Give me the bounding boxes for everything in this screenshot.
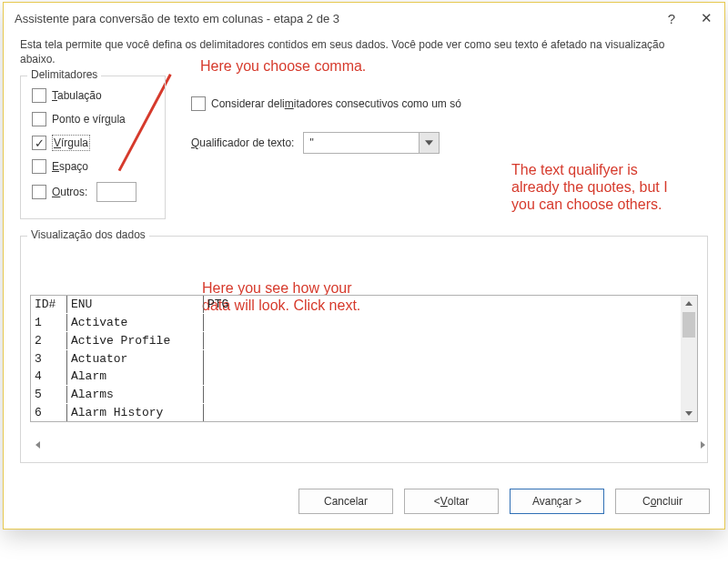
consecutive-delimiters-checkbox[interactable]: Considerar delimitadores consecutivos co… [191,96,530,112]
checkbox-box [32,185,46,199]
scroll-down-icon[interactable] [682,405,696,421]
delimiters-legend: Delimitadores [27,68,101,81]
preview-cell: 5 [31,386,67,403]
preview-cell: Active Profile [67,332,204,349]
dialog-body: Esta tela permite que você defina os del… [4,32,724,476]
checkbox-box [32,136,46,150]
delimiter-options: Considerar delimitadores consecutivos co… [184,76,530,154]
cancel-button[interactable]: Cancelar [298,489,393,514]
delimiters-row: Delimitadores Tabulação Ponto e vírgula … [20,76,708,219]
wizard-button-bar: Cancelar < Voltar Avançar > Concluir [4,476,724,529]
preview-cell: 4 [31,368,67,385]
preview-cell [204,350,677,368]
checkbox-box [191,96,206,111]
preview-cell [204,368,677,385]
description-text: Esta tela permite que você defina os del… [20,37,703,66]
checkbox-box [32,159,46,174]
combobox-value: " [304,133,419,153]
window-controls: ? ✕ [662,10,715,26]
preview-cell: 2 [31,332,67,349]
delimiter-other-input[interactable] [96,182,136,202]
checkbox-label: Espaço [52,158,88,175]
delimiter-tab-checkbox[interactable]: Tabulação [32,87,156,104]
preview-grid: ID# ENU PTG 1 Activate 2 Active Profile … [31,296,681,421]
delimiter-space-checkbox[interactable]: Espaço [32,158,156,175]
data-preview: ID# ENU PTG 1 Activate 2 Active Profile … [30,295,698,422]
preview-cell: 1 [31,314,67,331]
preview-cell: Alarm [67,368,204,385]
delimiter-semicolon-checkbox[interactable]: Ponto e vírgula [32,111,156,127]
text-qualifier-label: Qualificador de texto: [191,136,294,149]
preview-cell: Activate [67,314,204,331]
delimiters-group: Delimitadores Tabulação Ponto e vírgula … [20,76,166,219]
checkbox-label: Ponto e vírgula [52,111,126,127]
delimiter-other-checkbox[interactable]: Outros: [32,182,156,202]
preview-cell: ENU [67,296,204,313]
chevron-down-icon[interactable] [419,133,439,153]
text-to-columns-wizard-dialog: Assistente para conversão de texto em co… [3,2,725,530]
help-button[interactable]: ? [662,11,681,26]
preview-cell: Alarms [67,386,204,403]
data-preview-legend: Visualização dos dados [27,228,149,241]
preview-cell: Alarm History [67,404,204,421]
preview-cell [204,314,677,331]
preview-cell [204,386,677,403]
text-qualifier-row: Qualificador de texto: " [191,132,530,154]
checkbox-box [32,88,46,103]
finish-button[interactable]: Concluir [615,489,710,514]
preview-cell: Actuator [67,350,204,368]
preview-cell: 3 [31,350,67,368]
horizontal-scrollbar-row [30,422,711,439]
titlebar: Assistente para conversão de texto em co… [4,3,724,32]
next-button[interactable]: Avançar > [510,489,604,514]
data-preview-group: Visualização dos dados ID# ENU PTG 1 Act… [20,236,708,463]
close-button[interactable]: ✕ [697,10,715,26]
checkbox-label: Outros: [52,184,87,200]
scrollbar-track[interactable] [682,312,696,405]
vertical-scrollbar[interactable] [681,296,697,421]
checkbox-label: Considerar delimitadores consecutivos co… [211,96,461,112]
scroll-right-icon[interactable] [694,437,711,453]
dialog-title: Assistente para conversão de texto em co… [15,12,662,25]
scroll-left-icon[interactable] [30,437,46,453]
text-qualifier-combobox[interactable]: " [303,132,440,154]
scrollbar-thumb[interactable] [682,312,695,338]
preview-cell [204,404,677,421]
preview-cell: ID# [31,296,67,313]
delimiter-comma-checkbox[interactable]: Vírgula [32,135,156,151]
back-button[interactable]: < Voltar [404,489,499,514]
checkbox-label: Tabulação [52,87,102,104]
scroll-up-icon[interactable] [682,296,696,312]
checkbox-label: Vírgula [52,135,90,151]
preview-cell [204,332,677,349]
preview-cell: PTG [204,296,677,313]
preview-cell: 6 [31,404,67,421]
preview-viewport: ID# ENU PTG 1 Activate 2 Active Profile … [31,296,681,421]
checkbox-box [32,112,46,126]
